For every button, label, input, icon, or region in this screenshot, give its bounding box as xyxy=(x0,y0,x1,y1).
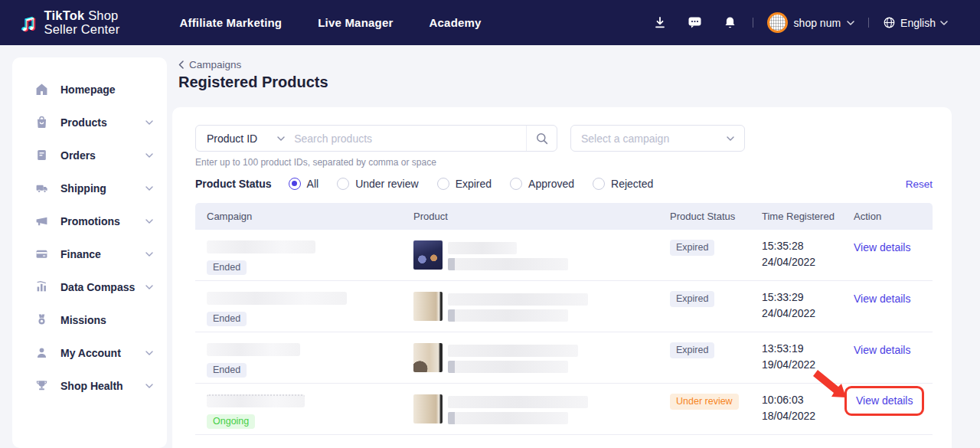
radio-button xyxy=(337,178,349,190)
date-value: 24/04/2022 xyxy=(762,254,854,270)
table-header: Campaign Product Product Status Time Reg… xyxy=(195,203,933,230)
product-status-cell: Expired xyxy=(670,332,762,383)
bell-icon[interactable] xyxy=(722,15,739,31)
time-registered-cell: 15:35:28 24/04/2022 xyxy=(762,230,854,280)
campaign-select[interactable]: Select a campaign xyxy=(570,125,745,152)
radio-label: All xyxy=(307,178,319,190)
sidebar-item-label: My Account xyxy=(60,347,145,359)
truck-icon xyxy=(35,181,48,195)
user-menu[interactable]: shop num xyxy=(767,12,854,33)
nav-affiliate-marketing[interactable]: Affiliate Marketing xyxy=(179,16,282,29)
date-value: 19/04/2022 xyxy=(762,357,854,373)
home-icon xyxy=(35,83,48,96)
nav-academy[interactable]: Academy xyxy=(430,16,482,29)
chevron-down-icon xyxy=(145,285,153,289)
brand-text: TikTok Shop Seller Center xyxy=(44,9,120,37)
sidebar-item-shipping[interactable]: Shipping xyxy=(12,172,167,204)
reset-link[interactable]: Reset xyxy=(906,178,933,190)
breadcrumb[interactable]: Campaigns xyxy=(178,59,241,70)
col-campaign: Campaign xyxy=(195,211,413,222)
redacted-campaign-name xyxy=(207,292,347,305)
status-badge: Expired xyxy=(670,342,714,358)
tiktok-note-icon: ♫ xyxy=(20,11,38,34)
top-nav-links: Affiliate Marketing Live Manager Academy xyxy=(179,16,481,29)
search-input[interactable] xyxy=(294,132,526,145)
search-type-dropdown[interactable]: Product ID xyxy=(196,132,294,145)
search-button[interactable] xyxy=(526,126,557,151)
product-status-cell: Expired xyxy=(670,230,762,280)
chevron-down-icon xyxy=(277,136,285,141)
sidebar-item-label: Products xyxy=(60,116,145,129)
radio-all[interactable]: All xyxy=(289,178,319,190)
radio-rejected[interactable]: Rejected xyxy=(593,178,653,190)
bar-chart-icon xyxy=(35,280,48,293)
sidebar-item-label: Homepage xyxy=(60,83,153,96)
table-row: Ongoing Under review 10:06:03 18/04/2022 xyxy=(195,384,933,435)
view-details-link[interactable]: View details xyxy=(854,344,910,356)
search-helper-text: Enter up to 100 product IDs, separated b… xyxy=(195,157,933,168)
page-title: Registered Products xyxy=(178,74,328,91)
radio-label: Expired xyxy=(456,178,492,190)
bag-icon xyxy=(35,116,48,129)
redacted-product-text xyxy=(448,240,568,280)
date-value: 24/04/2022 xyxy=(762,306,854,322)
campaign-cell: Ended xyxy=(195,281,413,332)
sidebar-item-my-account[interactable]: My Account xyxy=(12,336,167,369)
filter-row: Product ID Select a campaign xyxy=(195,125,933,152)
sidebar-item-homepage[interactable]: Homepage xyxy=(12,73,167,106)
main-panel: Product ID Select a campaign Enter up to… xyxy=(172,107,952,448)
time-value: 13:53:19 xyxy=(762,341,854,357)
action-cell: View details xyxy=(854,384,933,434)
product-thumbnail xyxy=(413,394,443,423)
redacted-campaign-name xyxy=(207,394,305,407)
sidebar-item-label: Missions xyxy=(60,314,153,326)
sidebar-item-label: Finance xyxy=(60,248,145,260)
language-selector[interactable]: English xyxy=(883,16,948,29)
sidebar-item-finance[interactable]: Finance xyxy=(12,237,167,270)
radio-button xyxy=(289,178,301,190)
chevron-down-icon xyxy=(847,21,854,25)
sidebar-item-data-compass[interactable]: Data Compass xyxy=(12,270,167,303)
radio-button xyxy=(593,178,605,190)
radio-expired[interactable]: Expired xyxy=(437,178,492,190)
product-thumbnail xyxy=(413,343,443,372)
tiktok-shop-logo[interactable]: ♫ TikTok Shop Seller Center xyxy=(20,9,119,37)
chevron-down-icon xyxy=(145,219,153,224)
col-time-registered: Time Registered xyxy=(762,211,854,222)
chat-icon[interactable] xyxy=(687,15,704,31)
document-icon xyxy=(35,149,48,162)
product-search-group: Product ID xyxy=(195,125,557,152)
time-value: 10:06:03 xyxy=(762,392,854,408)
time-registered-cell: 15:33:29 24/04/2022 xyxy=(762,281,854,332)
nav-live-manager[interactable]: Live Manager xyxy=(318,16,393,29)
view-details-link[interactable]: View details xyxy=(854,293,910,305)
annotation-highlight-box: View details xyxy=(844,386,924,416)
sidebar-item-shop-health[interactable]: Shop Health xyxy=(12,369,167,402)
language-label: English xyxy=(900,17,936,29)
download-icon[interactable] xyxy=(652,15,668,31)
chevron-down-icon xyxy=(145,120,153,125)
sidebar-item-label: Orders xyxy=(60,149,145,162)
campaign-cell: Ongoing xyxy=(195,384,413,434)
chevron-down-icon xyxy=(145,153,153,158)
radio-button xyxy=(437,178,449,190)
radio-under-review[interactable]: Under review xyxy=(337,178,418,190)
campaign-status-badge: Ended xyxy=(207,312,247,326)
time-value: 15:33:29 xyxy=(762,289,854,306)
campaign-status-badge: Ended xyxy=(207,363,247,378)
sidebar-item-promotions[interactable]: Promotions xyxy=(12,204,167,237)
sidebar-item-missions[interactable]: Missions xyxy=(12,303,167,336)
chevron-down-icon xyxy=(145,186,153,191)
view-details-link[interactable]: View details xyxy=(856,394,913,407)
redacted-product-text xyxy=(448,292,588,332)
sidebar-item-products[interactable]: Products xyxy=(12,106,167,139)
product-status-filter: Product Status All Under review Expired … xyxy=(195,178,933,190)
view-details-link[interactable]: View details xyxy=(854,241,910,253)
topbar-right-tools: shop num English xyxy=(652,12,948,33)
breadcrumb-label: Campaigns xyxy=(189,59,241,70)
sidebar-item-orders[interactable]: Orders xyxy=(12,139,167,172)
product-thumbnail xyxy=(413,292,443,321)
status-badge: Expired xyxy=(670,240,714,256)
sidebar-item-label: Promotions xyxy=(60,215,145,227)
radio-approved[interactable]: Approved xyxy=(510,178,574,190)
